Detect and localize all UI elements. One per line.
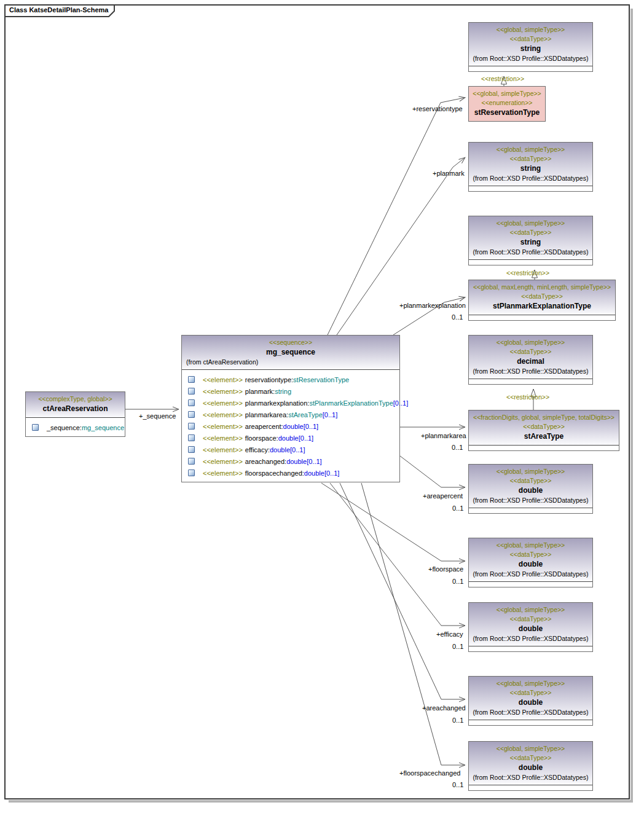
attributes-compartment-empty (469, 508, 592, 513)
class-box-statype[interactable]: <<fractionDigits, global, simpleType, to… (468, 410, 619, 451)
class-name: stAreaType (470, 431, 618, 442)
attribute-name: planmarkarea: (245, 411, 288, 418)
multiplicity-efficacy: 0..1 (452, 643, 463, 650)
class-box-double-3[interactable]: <<global, simpleType>><<dataType>>double… (468, 602, 593, 652)
class-from: (from Root::XSD Profile::XSDDatatypes) (470, 570, 591, 578)
stereotype-label: <<dataType>> (470, 292, 614, 301)
attribute-icon (188, 469, 195, 476)
attribute-row: <<element>>areapercent:double[0..1] (184, 420, 398, 432)
attribute-name: _sequence: (47, 424, 82, 431)
multiplicity-planmarkexplanation: 0..1 (452, 313, 463, 321)
class-name: string (470, 237, 591, 248)
attribute-stereotype: <<element>> (203, 388, 243, 395)
attribute-name: floorspace: (245, 434, 278, 442)
attribute-type: string (275, 388, 291, 395)
class-box-streservationtype[interactable]: <<global, simpleType>><<enumeration>>stR… (468, 86, 546, 122)
class-box-double-1[interactable]: <<global, simpleType>><<dataType>>double… (468, 464, 593, 514)
multiplicity-areachanged: 0..1 (452, 717, 463, 724)
class-box-mg-sequence[interactable]: <<sequence>> mg_sequence (from ctAreaRes… (181, 335, 400, 482)
attribute-stereotype: <<element>> (203, 376, 243, 383)
attributes-compartment-empty (469, 581, 592, 587)
class-from: (from Root::XSD Profile::XSDDatatypes) (470, 248, 591, 256)
stereotype-label: <<global, simpleType>> (470, 679, 591, 688)
attribute-icon (188, 399, 195, 406)
stereotype-label: <<global, simpleType>> (470, 338, 591, 347)
attribute-icon (188, 388, 195, 395)
multiplicity-planmarkarea: 0..1 (452, 444, 463, 451)
stereotype-label: <<global, simpleType>> (470, 467, 591, 476)
class-box-string-2[interactable]: <<global, simpleType>><<dataType>>string… (468, 142, 593, 192)
stereotype-label: <<dataType>> (470, 615, 591, 624)
role-label-floorspace: +floorspace (428, 565, 463, 573)
stereotype-label: <<dataType>> (470, 422, 618, 431)
class-name: double (470, 624, 591, 634)
attribute-name: areachanged: (245, 458, 286, 465)
stereotype-label: <<global, simpleType>> (470, 605, 591, 615)
class-name: double (470, 763, 591, 773)
attribute-stereotype: <<element>> (203, 411, 243, 418)
class-name: string (470, 163, 591, 174)
class-header: <<complexType, global>> ctAreaReservatio… (26, 392, 125, 417)
stereotype-label: <<fractionDigits, global, simpleType, to… (470, 413, 618, 422)
class-name: string (470, 44, 591, 54)
attribute-row: <<element>>planmarkarea:stAreaType[0..1] (184, 409, 398, 420)
attribute-multiplicity: [0..1] (323, 411, 337, 418)
role-label-areapercent: +areapercent (423, 492, 463, 500)
attribute-icon (188, 411, 195, 418)
attributes-compartment-empty (469, 785, 592, 790)
attribute-multiplicity: [0..1] (393, 399, 408, 407)
restriction-label-3: <<restriction>> (506, 393, 549, 401)
role-label-sequence: +_sequence (139, 412, 176, 420)
class-name: double (470, 697, 591, 708)
attribute-name: reservationtype: (245, 376, 293, 383)
attribute-name: efficacy: (245, 446, 270, 454)
class-box-stplanmarkexplanationtype[interactable]: <<global, maxLength, minLength, simpleTy… (468, 280, 616, 321)
attribute-type: mg_sequence (82, 424, 124, 431)
multiplicity-floorspace: 0..1 (452, 578, 463, 585)
attributes-compartment-empty (469, 720, 592, 725)
role-label-areachanged: +areachanged (422, 704, 466, 712)
class-box-ctareareservation[interactable]: <<complexType, global>> ctAreaReservatio… (25, 391, 125, 437)
class-box-double-2[interactable]: <<global, simpleType>><<dataType>>double… (468, 538, 593, 587)
stereotype-label: <<enumeration>> (470, 98, 544, 108)
stereotype-label: <<global, simpleType>> (470, 219, 591, 228)
class-from: (from Root::XSD Profile::XSDDatatypes) (470, 773, 591, 782)
attribute-row: <<element>>floorspace:double[0..1] (184, 432, 398, 444)
attribute-stereotype: <<element>> (203, 458, 243, 465)
class-box-string-3[interactable]: <<global, simpleType>><<dataType>>string… (468, 216, 593, 265)
stereotype-label: <<global, maxLength, minLength, simpleTy… (470, 283, 614, 292)
attribute-type: double (286, 458, 307, 465)
class-box-double-5[interactable]: <<global, simpleType>><<dataType>>double… (468, 741, 593, 791)
class-from: (from ctAreaReservation) (183, 358, 398, 366)
attribute-type: stPlanmarkExplanationType (309, 399, 393, 407)
class-from: (from Root::XSD Profile::XSDDatatypes) (470, 634, 591, 643)
role-label-planmarkexplanation: +planmarkexplanation (399, 302, 466, 309)
role-label-planmark: +planmark (433, 170, 465, 177)
attribute-icon (188, 434, 195, 441)
attribute-row: <<element>>areachanged:double[0..1] (184, 455, 398, 467)
attributes-compartment-empty (469, 445, 619, 450)
stereotype-label: <<global, simpleType>> (470, 89, 544, 98)
stereotype-label: <<global, simpleType>> (470, 744, 591, 753)
attribute-multiplicity: [0..1] (304, 423, 318, 430)
multiplicity-floorspacechanged: 0..1 (452, 781, 463, 788)
attribute-icon (32, 424, 39, 431)
attribute-type: double (278, 434, 299, 442)
attribute-row: <<element>>efficacy:double[0..1] (184, 444, 398, 455)
attribute-icon (188, 376, 195, 383)
class-box-string-1[interactable]: <<global, simpleType>><<dataType>>string… (468, 22, 593, 72)
role-label-floorspacechanged: +floorspacechanged (399, 769, 460, 777)
attribute-type: double (270, 446, 290, 454)
attribute-icon (188, 458, 195, 465)
attributes-compartment-empty (469, 646, 592, 651)
attribute-icon (188, 446, 195, 453)
stereotype-label: <<dataType>> (470, 753, 591, 763)
stereotype-label: <<global, simpleType>> (470, 541, 591, 550)
stereotype-label: <<global, simpleType>> (470, 25, 591, 34)
attribute-stereotype: <<element>> (203, 434, 243, 442)
class-box-decimal[interactable]: <<global, simpleType>><<dataType>>decima… (468, 335, 593, 385)
attribute-name: floorspacechanged: (245, 469, 304, 477)
attribute-stereotype: <<element>> (203, 446, 243, 454)
class-box-double-4[interactable]: <<global, simpleType>><<dataType>>double… (468, 676, 593, 726)
class-name: decimal (470, 356, 591, 367)
